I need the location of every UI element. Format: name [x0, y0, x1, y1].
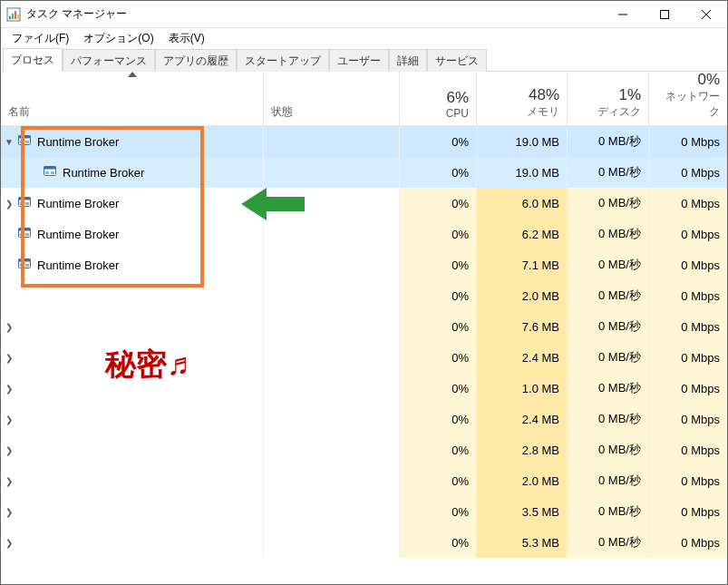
cell-disk: 0 MB/秒: [568, 434, 649, 465]
expand-toggle[interactable]: ❯: [3, 538, 15, 548]
tab-processes[interactable]: プロセス: [3, 48, 63, 72]
process-name: Runtime Broker: [37, 258, 119, 272]
tab-details[interactable]: 詳細: [389, 49, 427, 72]
cell-cpu: 0%: [400, 465, 477, 496]
cell-disk: 0 MB/秒: [568, 373, 649, 404]
table-row[interactable]: ▼Runtime Broker0%19.0 MB0 MB/秒0 Mbps: [1, 126, 727, 157]
cell-cpu: 0%: [400, 126, 477, 157]
cell-name: Runtime Broker: [1, 219, 264, 249]
cell-mem: 7.6 MB: [477, 311, 568, 342]
cell-name: ❯Runtime Broker: [1, 188, 264, 219]
cell-mem: 6.0 MB: [477, 188, 568, 219]
maximize-button[interactable]: [644, 1, 685, 28]
table-row[interactable]: Runtime Broker0%6.2 MB0 MB/秒0 Mbps: [1, 219, 727, 249]
cell-disk: 0 MB/秒: [568, 404, 649, 434]
expand-toggle[interactable]: ❯: [3, 384, 15, 394]
cell-mem: 5.3 MB: [477, 527, 568, 558]
cell-name: ❯: [1, 373, 264, 404]
expand-toggle[interactable]: ❯: [3, 507, 15, 517]
svg-rect-19: [20, 202, 24, 205]
table-row[interactable]: ❯0%2.4 MB0 MB/秒0 Mbps: [1, 342, 727, 373]
col-name[interactable]: 名前: [1, 72, 264, 125]
cell-disk: 0 MB/秒: [568, 311, 649, 342]
menu-view[interactable]: 表示(V): [161, 29, 212, 48]
cell-disk: 0 MB/秒: [568, 188, 649, 219]
cell-net: 0 Mbps: [649, 249, 727, 280]
expand-toggle[interactable]: ❯: [3, 199, 15, 209]
cell-mem: 19.0 MB: [477, 157, 568, 188]
cell-status: [264, 342, 400, 373]
svg-rect-18: [19, 197, 31, 200]
table-row[interactable]: ❯0%7.6 MB0 MB/秒0 Mbps: [1, 311, 727, 342]
cell-status: [264, 188, 400, 219]
sort-up-icon: [128, 72, 137, 77]
cell-net: 0 Mbps: [649, 434, 727, 465]
disk-label: ディスク: [597, 104, 641, 120]
table-row[interactable]: 0%2.0 MB0 MB/秒0 Mbps: [1, 280, 727, 311]
close-button[interactable]: [685, 1, 727, 28]
process-rows: ▼Runtime Broker0%19.0 MB0 MB/秒0 MbpsRunt…: [1, 126, 727, 558]
tab-app-history[interactable]: アプリの履歴: [155, 49, 237, 72]
menu-options[interactable]: オプション(O): [76, 29, 160, 48]
tab-users[interactable]: ユーザー: [329, 49, 389, 72]
memory-label: メモリ: [527, 104, 559, 120]
cell-name: ❯: [1, 434, 264, 465]
cell-cpu: 0%: [400, 342, 477, 373]
table-row[interactable]: ❯0%3.5 MB0 MB/秒0 Mbps: [1, 496, 727, 527]
cell-disk: 0 MB/秒: [568, 465, 649, 496]
cell-status: [264, 404, 400, 434]
cell-net: 0 Mbps: [649, 126, 727, 157]
cpu-label: CPU: [446, 107, 469, 120]
col-status-label: 状態: [271, 104, 392, 120]
svg-rect-15: [45, 171, 49, 174]
tab-startup[interactable]: スタートアップ: [237, 49, 329, 72]
expand-toggle[interactable]: ❯: [3, 322, 15, 332]
col-network[interactable]: 0% ネットワーク: [649, 72, 727, 125]
col-disk[interactable]: 1% ディスク: [568, 72, 649, 125]
app-icon: [6, 7, 21, 22]
table-row[interactable]: ❯0%5.3 MB0 MB/秒0 Mbps: [1, 527, 727, 558]
cell-disk: 0 MB/秒: [568, 527, 649, 558]
svg-rect-11: [20, 141, 24, 143]
network-pct: 0%: [697, 71, 720, 89]
expand-toggle[interactable]: ❯: [3, 414, 15, 424]
expand-toggle[interactable]: ❯: [3, 445, 15, 455]
table-row[interactable]: ❯0%1.0 MB0 MB/秒0 Mbps: [1, 373, 727, 404]
col-status[interactable]: 状態: [264, 72, 400, 125]
table-row[interactable]: Runtime Broker0%7.1 MB0 MB/秒0 Mbps: [1, 249, 727, 280]
table-row[interactable]: ❯0%2.8 MB0 MB/秒0 Mbps: [1, 434, 727, 465]
cell-cpu: 0%: [400, 404, 477, 434]
menubar: ファイル(F) オプション(O) 表示(V): [1, 28, 727, 48]
svg-rect-2: [12, 14, 14, 19]
cell-mem: 2.8 MB: [477, 434, 568, 465]
cell-status: [264, 373, 400, 404]
cpu-pct: 6%: [446, 89, 469, 107]
cell-disk: 0 MB/秒: [568, 280, 649, 311]
cell-name: ❯: [1, 404, 264, 434]
svg-rect-1: [9, 16, 11, 19]
process-icon: [17, 226, 32, 240]
cell-name: ❯: [1, 496, 264, 527]
table-row[interactable]: ❯Runtime Broker0%6.0 MB0 MB/秒0 Mbps: [1, 188, 727, 219]
expand-toggle[interactable]: ❯: [3, 353, 15, 363]
svg-rect-27: [20, 264, 24, 267]
tabstrip: プロセス パフォーマンス アプリの履歴 スタートアップ ユーザー 詳細 サービス: [1, 48, 727, 72]
cell-cpu: 0%: [400, 280, 477, 311]
cell-net: 0 Mbps: [649, 465, 727, 496]
cell-status: [264, 126, 400, 157]
minimize-button[interactable]: [602, 1, 644, 28]
tab-performance[interactable]: パフォーマンス: [63, 49, 155, 72]
expand-toggle[interactable]: ❯: [3, 476, 15, 486]
col-memory[interactable]: 48% メモリ: [477, 72, 568, 125]
svg-rect-14: [44, 166, 56, 169]
cell-name: ❯: [1, 465, 264, 496]
table-row[interactable]: ❯0%2.0 MB0 MB/秒0 Mbps: [1, 465, 727, 496]
expand-toggle[interactable]: ▼: [3, 137, 15, 147]
menu-file[interactable]: ファイル(F): [5, 29, 76, 48]
tab-services[interactable]: サービス: [427, 49, 487, 72]
col-cpu[interactable]: 6% CPU: [400, 72, 477, 125]
process-name: Runtime Broker: [37, 197, 119, 210]
table-row[interactable]: ❯0%2.4 MB0 MB/秒0 Mbps: [1, 404, 727, 434]
cell-net: 0 Mbps: [649, 280, 727, 311]
table-row[interactable]: Runtime Broker0%19.0 MB0 MB/秒0 Mbps: [1, 157, 727, 188]
